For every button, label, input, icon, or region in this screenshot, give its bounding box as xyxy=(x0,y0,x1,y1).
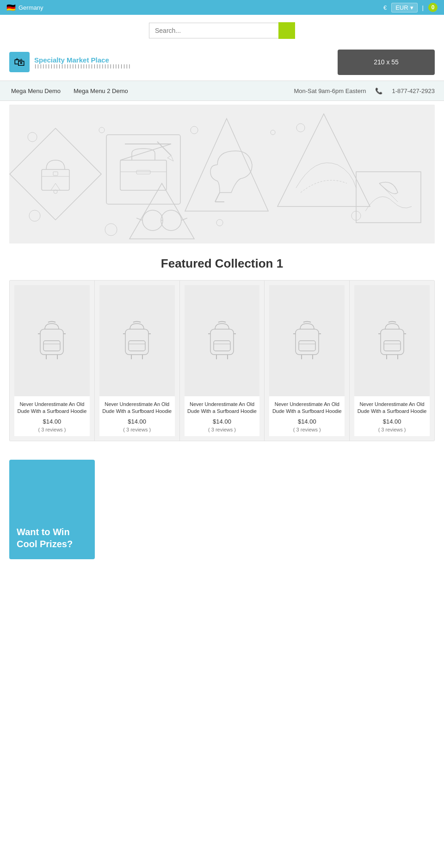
product-image-0 xyxy=(14,285,90,396)
product-reviews-3: ( 3 reviews ) xyxy=(272,427,342,432)
nav-item-mega-menu-2[interactable]: Mega Menu 2 Demo xyxy=(72,87,130,94)
product-reviews-2: ( 3 reviews ) xyxy=(187,427,257,432)
nav-bar: Mega Menu Demo Mega Menu 2 Demo Mon-Sat … xyxy=(0,81,444,101)
currency-selector[interactable]: EUR ▾ xyxy=(391,3,417,12)
product-info-2: Never Underestimate An Old Dude With a S… xyxy=(185,396,260,436)
product-image-1 xyxy=(99,285,175,396)
product-name-2: Never Underestimate An Old Dude With a S… xyxy=(187,401,257,415)
product-card-2[interactable]: Never Underestimate An Old Dude With a S… xyxy=(180,281,265,441)
nav-links: Mega Menu Demo Mega Menu 2 Demo xyxy=(9,87,130,94)
product-name-4: Never Underestimate An Old Dude With a S… xyxy=(357,401,427,415)
product-name-3: Never Underestimate An Old Dude With a S… xyxy=(272,401,342,415)
search-button[interactable] xyxy=(278,22,295,39)
product-price-4: $14.00 xyxy=(357,418,427,425)
phone-number[interactable]: 1-877-427-2923 xyxy=(392,87,435,94)
product-info-4: Never Underestimate An Old Dude With a S… xyxy=(354,396,430,436)
product-card-0[interactable]: Never Underestimate An Old Dude With a S… xyxy=(10,281,95,441)
product-info-1: Never Underestimate An Old Dude With a S… xyxy=(99,396,175,436)
win-title: Want to Win Cool Prizes? xyxy=(17,526,87,550)
logo-icon: 🛍 xyxy=(9,52,30,72)
country-name: Germany xyxy=(18,4,43,11)
product-card-1[interactable]: Never Underestimate An Old Dude With a S… xyxy=(95,281,180,441)
hero-illustration xyxy=(9,105,435,244)
dropdown-arrow-icon: ▾ xyxy=(410,4,413,11)
phone-icon: 📞 xyxy=(375,87,382,94)
product-info-3: Never Underestimate An Old Dude With a S… xyxy=(269,396,345,436)
svg-rect-66 xyxy=(384,341,401,351)
product-price-1: $14.00 xyxy=(102,418,172,425)
euro-icon: € xyxy=(383,4,387,11)
top-bar: 🇩🇪 Germany € EUR ▾ | 0 xyxy=(0,0,444,15)
product-name-1: Never Underestimate An Old Dude With a S… xyxy=(102,401,172,415)
products-grid: Never Underestimate An Old Dude With a S… xyxy=(9,280,435,441)
hero-banner xyxy=(9,105,435,244)
cart-badge[interactable]: 0 xyxy=(428,3,438,12)
nav-item-mega-menu[interactable]: Mega Menu Demo xyxy=(9,87,62,94)
logo-container[interactable]: 🛍 Specialty Market Place |||||||||||||||… xyxy=(9,52,131,72)
product-image-3 xyxy=(269,285,345,396)
product-price-3: $14.00 xyxy=(272,418,342,425)
win-section: Want to Win Cool Prizes? xyxy=(9,460,435,559)
featured-section: Featured Collection 1 Never Underestimat… xyxy=(0,247,444,446)
product-price-2: $14.00 xyxy=(187,418,257,425)
logo-name: Specialty Market Place xyxy=(34,56,131,64)
currency-label: EUR xyxy=(395,4,408,11)
product-reviews-4: ( 3 reviews ) xyxy=(357,427,427,432)
product-info-0: Never Underestimate An Old Dude With a S… xyxy=(14,396,90,436)
svg-rect-38 xyxy=(43,341,60,351)
nav-contact: Mon-Sat 9am-6pm Eastern 📞 1-877-427-2923 xyxy=(294,87,435,94)
svg-rect-59 xyxy=(299,341,315,351)
separator: | xyxy=(422,4,424,11)
logo-barcode: |||||||||||||||||||||||||||||||||||| xyxy=(34,64,131,69)
product-image-4 xyxy=(354,285,430,396)
logo-area: 🛍 Specialty Market Place |||||||||||||||… xyxy=(0,44,444,81)
shopping-bag-icon: 🛍 xyxy=(14,56,25,69)
svg-rect-52 xyxy=(214,341,230,351)
product-reviews-0: ( 3 reviews ) xyxy=(17,427,87,432)
logo-text-group: Specialty Market Place |||||||||||||||||… xyxy=(34,56,131,69)
top-bar-right: € EUR ▾ | 0 xyxy=(383,3,438,12)
svg-rect-45 xyxy=(129,341,145,351)
win-box[interactable]: Want to Win Cool Prizes? xyxy=(9,460,95,559)
search-bar xyxy=(0,15,444,44)
featured-title: Featured Collection 1 xyxy=(9,256,435,271)
country-flag: 🇩🇪 xyxy=(6,3,16,12)
product-card-4[interactable]: Never Underestimate An Old Dude With a S… xyxy=(350,281,434,441)
product-price-0: $14.00 xyxy=(17,418,87,425)
country-info: 🇩🇪 Germany xyxy=(6,3,43,12)
product-card-3[interactable]: Never Underestimate An Old Dude With a S… xyxy=(265,281,350,441)
search-input[interactable] xyxy=(149,23,278,38)
ad-banner: 210 x 55 xyxy=(338,50,435,75)
product-reviews-1: ( 3 reviews ) xyxy=(102,427,172,432)
product-name-0: Never Underestimate An Old Dude With a S… xyxy=(17,401,87,415)
store-hours: Mon-Sat 9am-6pm Eastern xyxy=(294,87,366,94)
product-image-2 xyxy=(185,285,260,396)
